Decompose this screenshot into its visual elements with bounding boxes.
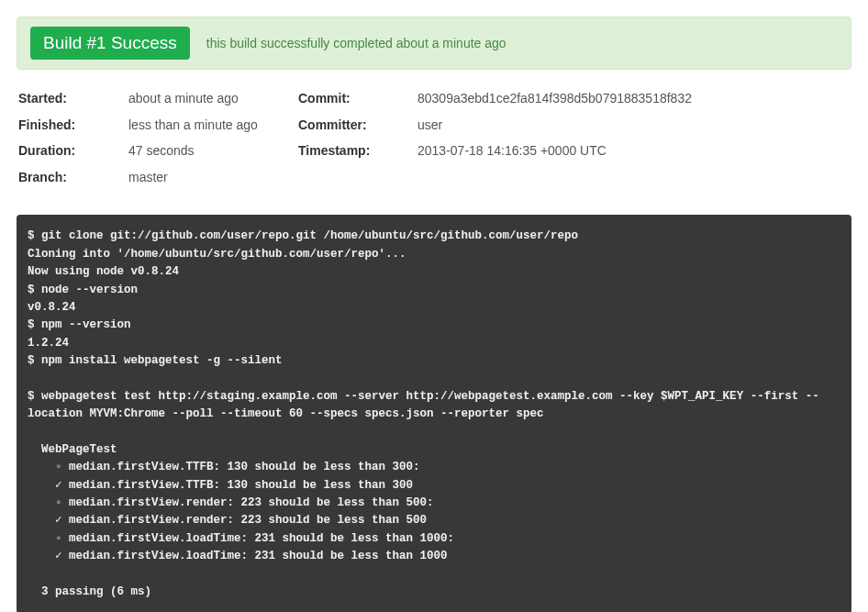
metadata-row: Started: about a minute ago (18, 90, 298, 108)
branch-value: master (128, 169, 168, 187)
branch-label: Branch: (18, 169, 128, 187)
build-status-badge: Build #1 Success (30, 27, 190, 60)
build-status-alert: Build #1 Success this build successfully… (17, 17, 851, 70)
metadata-right-column: Commit: 80309a3ebd1ce2fa814f398d5b079188… (298, 90, 850, 195)
metadata-row: Branch: master (18, 169, 298, 187)
metadata-row: Duration: 47 seconds (18, 142, 298, 161)
committer-label: Committer: (298, 117, 417, 135)
started-value: about a minute ago (128, 90, 239, 108)
commit-label: Commit: (298, 90, 417, 108)
commit-value: 80309a3ebd1ce2fa814f398d5b0791883518f832 (417, 90, 692, 108)
started-label: Started: (18, 90, 128, 108)
duration-label: Duration: (18, 142, 128, 161)
metadata-row: Commit: 80309a3ebd1ce2fa814f398d5b079188… (298, 90, 850, 108)
timestamp-label: Timestamp: (298, 142, 417, 161)
committer-value: user (417, 117, 442, 135)
metadata-row: Committer: user (298, 117, 850, 135)
build-status-message: this build successfully completed about … (206, 36, 506, 50)
metadata-row: Finished: less than a minute ago (18, 117, 298, 135)
build-log-terminal[interactable]: $ git clone git://github.com/user/repo.g… (17, 215, 851, 612)
duration-value: 47 seconds (128, 142, 195, 161)
metadata-left-column: Started: about a minute ago Finished: le… (18, 90, 298, 195)
metadata-row: Timestamp: 2013-07-18 14:16:35 +0000 UTC (298, 142, 850, 161)
finished-label: Finished: (18, 117, 128, 135)
finished-value: less than a minute ago (128, 117, 258, 135)
timestamp-value: 2013-07-18 14:16:35 +0000 UTC (417, 142, 606, 161)
build-metadata: Started: about a minute ago Finished: le… (17, 90, 851, 195)
